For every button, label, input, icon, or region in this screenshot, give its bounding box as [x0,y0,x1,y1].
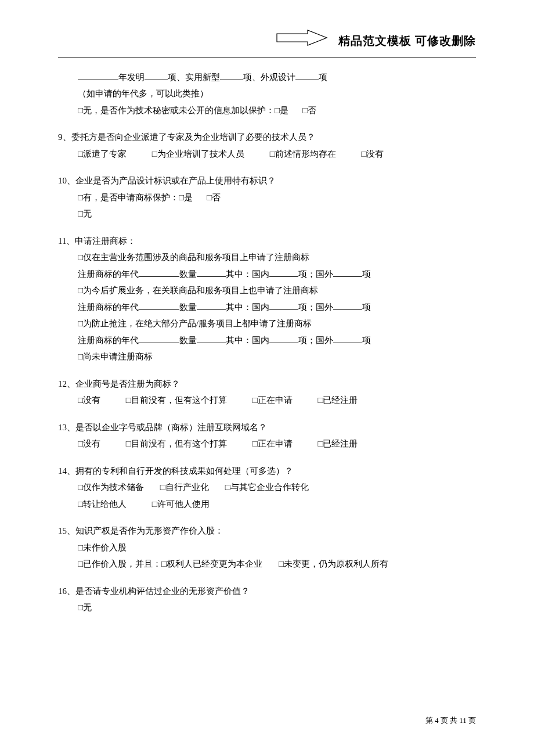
q15-opt-unchanged[interactable]: □未变更，仍为原权利人所有 [279,559,388,568]
q11-reg-line-1: 注册商标的年代数量其中：国内项；国外项 [78,266,476,283]
blank-tm-dom-2[interactable] [269,301,298,309]
q11-opt-main[interactable]: □仅在主营业务范围涉及的商品和服务项目上申请了注册商标 [78,249,476,266]
blank-tm-qty-2[interactable] [197,301,226,309]
question-12: 12、企业商号是否注册为商标？ □没有 □目前没有，但有这个打算 □正在申请 □… [58,376,476,409]
page-total: 11 [459,716,467,725]
q10-opt-none[interactable]: □无 [78,209,92,218]
q14-opt-transfer[interactable]: □转让给他人 [78,499,127,509]
q12-opt-no[interactable]: □没有 [78,395,100,405]
q14-opt-self[interactable]: □自行产业化 [160,483,209,492]
q13-opt-plan[interactable]: □目前没有，但有这个打算 [126,439,227,448]
page-footer: 第 4 页 共 11 页 [425,714,476,728]
q9-opt-training[interactable]: □为企业培训了技术人员 [152,149,244,159]
q11-reg-line-3: 注册商标的年代数量其中：国内项；国外项 [78,332,476,349]
q9-opt-both[interactable]: □前述情形均存在 [270,149,336,159]
blank-tm-dom-1[interactable] [269,268,298,276]
q12-opt-plan[interactable]: □目前没有，但有这个打算 [126,395,227,405]
q13-opt-registered[interactable]: □已经注册 [317,439,358,448]
blank-tm-for-2[interactable] [333,301,362,309]
q15-opt-not[interactable]: □未作价入股 [78,539,476,556]
blank-year[interactable] [78,71,118,80]
question-14: 14、拥有的专利和自行开发的科技成果如何处理（可多选）？ □仅作为技术储备 □自… [58,463,476,513]
blank-tm-qty-1[interactable] [197,268,226,276]
question-10: 10、企业是否为产品设计标识或在产品上使用特有标识？ □有，是否申请商标保护：□… [58,172,476,222]
blank-tm-for-3[interactable] [333,334,362,343]
arrow-icon [276,29,328,52]
q16-title: 16、是否请专业机构评估过企业的无形资产价值？ [58,583,476,600]
top-line-3: □无，是否作为技术秘密或未公开的信息加以保护：□是□否 [78,102,476,119]
q14-opt-reserve[interactable]: □仅作为技术储备 [78,483,144,492]
q9-opt-none[interactable]: □没有 [361,149,384,159]
top-line-2: （如申请的年代多，可以此类推） [78,85,476,102]
document-body: 年发明项、实用新型项、外观设计项 （如申请的年代多，可以此类推） □无，是否作为… [58,69,476,616]
question-16: 16、是否请专业机构评估过企业的无形资产价值？ □无 [58,583,476,616]
question-11: 11、申请注册商标： □仅在主营业务范围涉及的商品和服务项目上申请了注册商标 注… [58,233,476,365]
blank-tm-for-1[interactable] [333,268,362,276]
q12-title: 12、企业商号是否注册为商标？ [58,376,476,393]
q11-opt-none[interactable]: □尚未申请注册商标 [78,348,476,365]
q11-opt-related[interactable]: □为今后扩展业务，在关联商品和服务项目上也申请了注册商标 [78,282,476,299]
page-header: 精品范文模板 可修改删除 [58,29,476,57]
q14-opt-coop[interactable]: □与其它企业合作转化 [225,483,309,492]
q14-title: 14、拥有的专利和自行开发的科技成果如何处理（可多选）？ [58,463,476,480]
q16-opt-none[interactable]: □无 [78,603,92,612]
q9-opt-expert[interactable]: □派遣了专家 [78,149,127,159]
q11-reg-line-2: 注册商标的年代数量其中：国内项；国外项 [78,299,476,316]
blank-tm-year-3[interactable] [139,334,179,343]
q9-title: 9、委托方是否向企业派遣了专家及为企业培训了必要的技术人员？ [58,129,476,146]
q10-opt-no-sub[interactable]: □否 [207,193,221,202]
header-title: 精品范文模板 可修改删除 [338,30,476,52]
q15-opt-done[interactable]: □已作价入股，并且：□权利人已经变更为本企业 [78,559,262,568]
q13-opt-applying[interactable]: □正在申请 [252,439,293,448]
q12-opt-registered[interactable]: □已经注册 [317,395,358,405]
blank-tm-year-1[interactable] [139,268,179,276]
question-9: 9、委托方是否向企业派遣了专家及为企业培训了必要的技术人员？ □派遣了专家 □为… [58,129,476,162]
q13-title: 13、是否以企业字号或品牌（商标）注册互联网域名？ [58,419,476,436]
question-15: 15、知识产权是否作为无形资产作价入股： □未作价入股 □已作价入股，并且：□权… [58,523,476,573]
q14-opt-license[interactable]: □许可他人使用 [152,499,210,509]
blank-invention[interactable] [145,71,168,80]
blank-tm-qty-3[interactable] [197,334,226,343]
q11-title: 11、申请注册商标： [58,233,476,250]
blank-design[interactable] [295,71,319,80]
q15-title: 15、知识产权是否作为无形资产作价入股： [58,523,476,539]
q11-opt-defensive[interactable]: □为防止抢注，在绝大部分产品/服务项目上都申请了注册商标 [78,315,476,332]
q13-opt-no[interactable]: □没有 [78,439,100,448]
question-13: 13、是否以企业字号或品牌（商标）注册互联网域名？ □没有 □目前没有，但有这个… [58,419,476,452]
blank-utility[interactable] [220,71,243,80]
q12-opt-applying[interactable]: □正在申请 [252,395,293,405]
top-line-1: 年发明项、实用新型项、外观设计项 [78,69,476,86]
blank-tm-dom-3[interactable] [269,334,298,343]
blank-tm-year-2[interactable] [139,301,179,309]
q10-opt-yes[interactable]: □有，是否申请商标保护：□是 [78,193,193,202]
q10-title: 10、企业是否为产品设计标识或在产品上使用特有标识？ [58,172,476,189]
